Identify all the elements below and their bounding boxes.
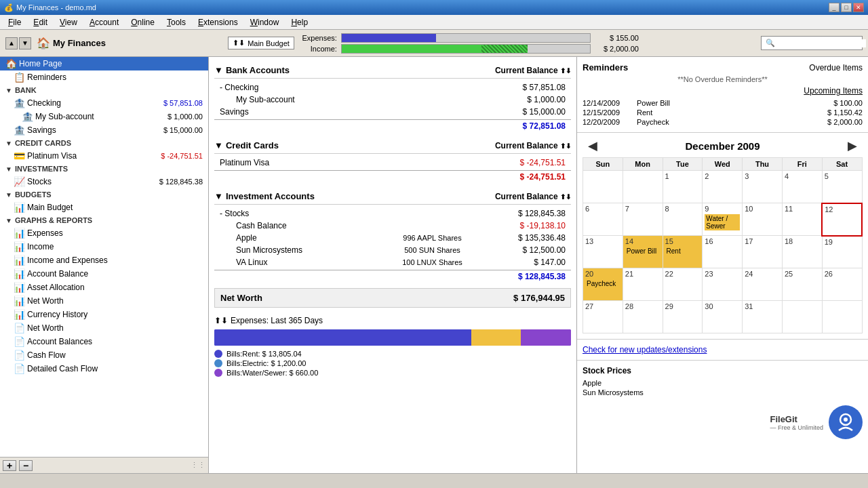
menu-view[interactable]: View xyxy=(54,16,83,28)
sidebar-content: 🏠 Home Page 📋 Reminders ▼ BANK 🏦 Checkin… xyxy=(0,57,208,457)
cal-cell-w1-d3[interactable]: 9Water / Sewer xyxy=(703,203,743,236)
menu-online[interactable]: Online xyxy=(125,16,160,28)
cal-cell-w0-d5[interactable]: 4 xyxy=(782,171,822,203)
cal-cell-w0-d6[interactable]: 5 xyxy=(822,171,862,203)
cal-cell-w1-d1[interactable]: 7 xyxy=(623,203,663,236)
sidebar-item-currency-history-graph[interactable]: 📊 Currency History xyxy=(0,308,208,321)
nav-up-button[interactable]: ▲ xyxy=(5,37,18,49)
cal-cell-w0-d2[interactable]: 1 xyxy=(663,171,703,203)
cal-cell-w3-d6[interactable]: 26 xyxy=(822,268,862,301)
sidebar-item-checking[interactable]: 🏦 Checking $ 57,851.08 xyxy=(0,96,208,110)
cal-cell-w0-d4[interactable]: 3 xyxy=(743,171,783,203)
menu-file[interactable]: File xyxy=(3,16,26,28)
sidebar: 🏠 Home Page 📋 Reminders ▼ BANK 🏦 Checkin… xyxy=(0,57,209,473)
bank-sort-icon[interactable]: ⬆⬇ xyxy=(560,67,571,75)
cal-cell-w0-d3[interactable]: 2 xyxy=(703,171,743,203)
bank-collapse-triangle[interactable]: ▼ xyxy=(214,65,223,75)
calendar-prev-button[interactable]: ◀ xyxy=(583,138,603,153)
cal-cell-w1-d5[interactable]: 11 xyxy=(782,203,822,236)
cal-cell-w3-d5[interactable]: 25 xyxy=(782,268,822,301)
cal-cell-w0-d1[interactable] xyxy=(623,171,663,203)
sidebar-item-income-expenses-graph[interactable]: 📊 Income and Expenses xyxy=(0,253,208,267)
menu-extensions[interactable]: Extensions xyxy=(193,16,243,28)
credit-sort-icon[interactable]: ⬆⬇ xyxy=(560,142,571,150)
credit-collapse-triangle[interactable]: ▼ xyxy=(214,140,223,150)
cal-cell-w2-d5[interactable]: 18 xyxy=(782,236,822,268)
cal-cell-w4-d1[interactable]: 28 xyxy=(623,301,663,333)
cal-cell-w4-d3[interactable]: 30 xyxy=(703,301,743,333)
sidebar-section-investments[interactable]: ▼ INVESTMENTS xyxy=(0,163,208,175)
cal-day-num: 26 xyxy=(825,270,833,278)
cal-cell-w3-d3[interactable]: 23 xyxy=(703,268,743,301)
sidebar-item-reminders[interactable]: 📋 Reminders xyxy=(0,70,208,84)
sidebar-item-cash-flow-report[interactable]: 📄 Cash Flow xyxy=(0,348,208,362)
cal-cell-w1-d0[interactable]: 6 xyxy=(583,203,623,236)
sidebar-item-asset-allocation-graph[interactable]: 📊 Asset Allocation xyxy=(0,281,208,294)
search-input[interactable] xyxy=(778,39,866,47)
menu-tools[interactable]: Tools xyxy=(161,16,191,28)
cal-cell-w1-d4[interactable]: 10 xyxy=(743,203,783,236)
cal-cell-w2-d3[interactable]: 16 xyxy=(703,236,743,268)
sidebar-item-stocks[interactable]: 📈 Stocks $ 128,845.38 xyxy=(0,175,208,188)
investment-collapse-triangle[interactable]: ▼ xyxy=(214,191,223,201)
cal-cell-w4-d5[interactable] xyxy=(782,301,822,333)
cal-cell-w2-d4[interactable]: 17 xyxy=(743,236,783,268)
cal-day-num: 5 xyxy=(825,172,829,180)
update-link[interactable]: Check for new updates/extensions xyxy=(583,345,707,354)
cal-cell-w0-d0[interactable] xyxy=(583,171,623,203)
add-account-button[interactable]: + xyxy=(3,460,16,471)
sidebar-item-income-graph[interactable]: 📊 Income xyxy=(0,240,208,253)
cal-cell-w3-d2[interactable]: 22 xyxy=(663,268,703,301)
cal-cell-w3-d4[interactable]: 24 xyxy=(743,268,783,301)
nav-down-button[interactable]: ▼ xyxy=(19,37,31,49)
cal-cell-w2-d6[interactable]: 19 xyxy=(822,236,862,268)
sidebar-item-account-balances-report[interactable]: 📄 Account Balances xyxy=(0,335,208,348)
cal-cell-w2-d0[interactable]: 13 xyxy=(583,236,623,268)
sidebar-item-account-balance-graph[interactable]: 📊 Account Balance xyxy=(0,267,208,281)
expenses-section: ⬆⬇ Expenses: Last 365 Days Bills:Rent: $… xyxy=(214,313,571,380)
sidebar-section-bank[interactable]: ▼ BANK xyxy=(0,84,208,96)
sidebar-item-subaccount[interactable]: 🏦 My Sub-account $ 1,000.00 xyxy=(0,110,208,123)
menu-help[interactable]: Help xyxy=(285,16,313,28)
filegit-icon xyxy=(829,405,863,439)
investment-sort-icon[interactable]: ⬆⬇ xyxy=(560,193,571,201)
expenses-bar xyxy=(342,34,436,42)
sidebar-item-savings[interactable]: 🏦 Savings $ 15,000.00 xyxy=(0,123,208,137)
sidebar-item-expenses-graph[interactable]: 📊 Expenses xyxy=(0,226,208,240)
cal-cell-w4-d2[interactable]: 29 xyxy=(663,301,703,333)
remove-account-button[interactable]: − xyxy=(19,460,33,471)
investment-total-amount: $ 128,845.38 xyxy=(498,272,566,281)
cal-cell-w2-d1[interactable]: 14Power Bill xyxy=(623,236,663,268)
sidebar-item-platinum-visa[interactable]: 💳 Platinum Visa $ -24,751.51 xyxy=(0,149,208,163)
cal-cell-w3-d0[interactable]: 20Paycheck xyxy=(583,268,623,301)
budget-selector[interactable]: ⬆⬇ Main Budget xyxy=(228,37,294,49)
cal-cell-w1-d2[interactable]: 8 xyxy=(663,203,703,236)
resize-handle[interactable]: ⋮⋮ xyxy=(191,461,205,470)
sidebar-section-graphs[interactable]: ▼ GRAPHS & REPORTS xyxy=(0,214,208,226)
sidebar-item-main-budget[interactable]: 📊 Main Budget xyxy=(0,201,208,214)
cal-cell-w4-d4[interactable]: 31 xyxy=(743,301,783,333)
close-button[interactable]: ✕ xyxy=(853,3,864,12)
menu-account[interactable]: Account xyxy=(84,16,124,28)
home-page-icon: 🏠 xyxy=(5,58,16,69)
app-icon: 💰 xyxy=(4,3,14,12)
sidebar-section-credit[interactable]: ▼ CREDIT CARDS xyxy=(0,137,208,149)
cal-cell-w3-d1[interactable]: 21 xyxy=(623,268,663,301)
title-bar-buttons: _ □ ✕ xyxy=(829,3,864,12)
sidebar-item-detailed-cash-flow[interactable]: 📄 Detailed Cash Flow xyxy=(0,362,208,375)
bank-col-header: Current Balance ⬆⬇ xyxy=(495,66,571,75)
sidebar-section-budgets[interactable]: ▼ BUDGETS xyxy=(0,188,208,201)
sidebar-item-net-worth-report[interactable]: 📄 Net Worth xyxy=(0,321,208,335)
cal-cell-w1-d6[interactable]: 12 xyxy=(822,203,862,236)
minimize-button[interactable]: _ xyxy=(829,3,840,12)
toolbar-title: My Finances xyxy=(53,38,106,48)
sidebar-item-home[interactable]: 🏠 Home Page xyxy=(0,57,208,70)
menu-edit[interactable]: Edit xyxy=(28,16,53,28)
cal-cell-w2-d2[interactable]: 15Rent xyxy=(663,236,703,268)
menu-window[interactable]: Window xyxy=(245,16,285,28)
cal-cell-w4-d6[interactable] xyxy=(822,301,862,333)
maximize-button[interactable]: □ xyxy=(841,3,852,12)
sidebar-item-net-worth-graph[interactable]: 📊 Net Worth xyxy=(0,294,208,308)
calendar-next-button[interactable]: ▶ xyxy=(842,138,863,153)
cal-cell-w4-d0[interactable]: 27 xyxy=(583,301,623,333)
